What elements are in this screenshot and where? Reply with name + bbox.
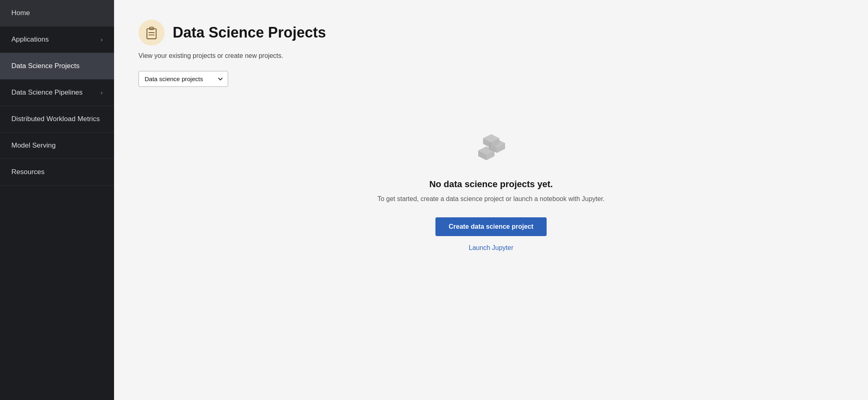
sidebar-item-home[interactable]: Home xyxy=(0,0,114,27)
sidebar-item-data-science-projects[interactable]: Data Science Projects xyxy=(0,53,114,80)
sidebar-item-label-data-science-pipelines: Data Science Pipelines xyxy=(11,88,83,97)
sidebar-item-resources[interactable]: Resources xyxy=(0,159,114,186)
launch-jupyter-link[interactable]: Launch Jupyter xyxy=(469,244,513,252)
sidebar-item-model-serving[interactable]: Model Serving xyxy=(0,133,114,159)
page-title: Data Science Projects xyxy=(173,24,326,41)
empty-state-icon xyxy=(471,131,512,168)
sidebar-item-label-resources: Resources xyxy=(11,168,44,176)
chevron-icon-applications: › xyxy=(101,36,103,43)
sidebar-item-label-applications: Applications xyxy=(11,35,49,44)
sidebar-item-label-model-serving: Model Serving xyxy=(11,141,56,150)
page-subtitle: View your existing projects or create ne… xyxy=(138,52,844,60)
page-header: Data Science Projects xyxy=(138,20,844,46)
empty-state-description: To get started, create a data science pr… xyxy=(378,195,605,203)
chevron-icon-data-science-pipelines: › xyxy=(101,89,103,96)
empty-state-title: No data science projects yet. xyxy=(429,179,553,190)
svg-rect-0 xyxy=(147,29,156,39)
sidebar: HomeApplications›Data Science ProjectsDa… xyxy=(0,0,114,400)
sidebar-item-label-distributed-workload-metrics: Distributed Workload Metrics xyxy=(11,115,100,123)
sidebar-item-distributed-workload-metrics[interactable]: Distributed Workload Metrics xyxy=(0,106,114,133)
data-science-projects-icon xyxy=(145,26,158,40)
sidebar-item-label-data-science-projects: Data Science Projects xyxy=(11,62,79,70)
sidebar-item-applications[interactable]: Applications› xyxy=(0,27,114,53)
dropdown-container: Data science projects xyxy=(138,71,844,87)
page-icon-circle xyxy=(138,20,165,46)
sidebar-item-label-home: Home xyxy=(11,9,30,17)
sidebar-item-data-science-pipelines[interactable]: Data Science Pipelines› xyxy=(0,80,114,106)
create-project-button[interactable]: Create data science project xyxy=(435,217,546,236)
project-type-dropdown[interactable]: Data science projects xyxy=(138,71,228,87)
main-content: Data Science Projects View your existing… xyxy=(114,0,868,400)
empty-state: No data science projects yet. To get sta… xyxy=(138,106,844,268)
